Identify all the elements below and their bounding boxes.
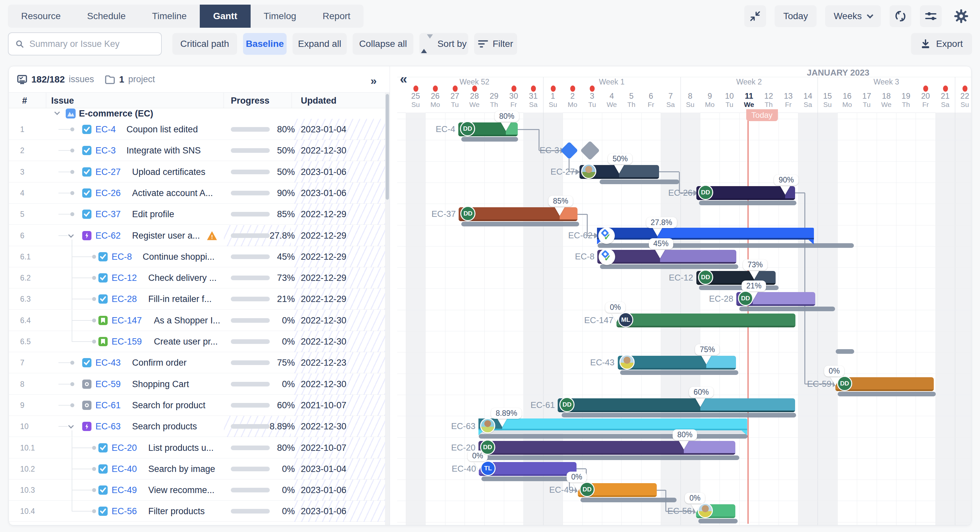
table-row[interactable]: 5EC-37Edit profile85%2022-12-29 — [9, 203, 390, 225]
avatar[interactable]: ML — [618, 312, 633, 327]
display-settings-button[interactable] — [920, 5, 942, 27]
table-row[interactable]: 10.4EC-56Filter products0%2023-01-06 — [9, 501, 390, 522]
row-collapse-chevron[interactable] — [68, 232, 74, 238]
issue-key[interactable]: EC-147 — [111, 310, 142, 331]
project-row[interactable]: E-commerce (EC) — [9, 108, 390, 119]
avatar[interactable]: DD — [698, 270, 713, 285]
tab-timelog[interactable]: Timelog — [251, 5, 310, 28]
collapse-timeline-icon[interactable]: « — [400, 71, 407, 86]
progress-pill: 60% — [689, 387, 714, 398]
progress-marker — [614, 165, 624, 173]
issue-key[interactable]: EC-27 — [95, 161, 121, 183]
avatar[interactable]: DD — [460, 121, 475, 136]
issue-key[interactable]: EC-62 — [95, 225, 121, 246]
issue-key[interactable]: EC-49 — [111, 480, 137, 501]
expand-table-icon[interactable]: » — [371, 74, 377, 87]
panel-divider[interactable] — [390, 66, 390, 525]
avatar[interactable]: DD — [738, 291, 753, 306]
table-row[interactable]: 10EC-63Search products8.89%2022-12-30 — [9, 416, 390, 437]
col-header-progress[interactable]: Progress — [231, 96, 269, 106]
table-row[interactable]: 1EC-4Coupon list edited80%2023-01-04 — [9, 119, 390, 140]
col-header-issue[interactable]: Issue — [51, 96, 74, 106]
filter-button[interactable]: Filter — [474, 33, 517, 55]
gantt-bar[interactable] — [597, 250, 736, 264]
issue-key[interactable]: EC-40 — [111, 458, 137, 480]
table-row[interactable]: 6.1EC-8Continue shoppi...45%2022-12-29 — [9, 246, 390, 267]
tab-schedule[interactable]: Schedule — [74, 5, 139, 28]
table-row-partial[interactable] — [9, 522, 390, 525]
issue-key[interactable]: EC-59 — [95, 373, 121, 395]
table-row[interactable]: 6.4EC-147As a Shopper I...0%2022-12-30 — [9, 310, 390, 331]
issue-key[interactable]: EC-3 — [95, 140, 116, 161]
gantt-bar[interactable] — [479, 441, 735, 455]
table-row[interactable]: 6EC-62Register user a...!27.8%2022-12-29 — [9, 225, 390, 246]
gantt-bar[interactable] — [618, 356, 736, 370]
table-row[interactable]: 2EC-3Integrate with SNS50%2022-12-30 — [9, 140, 390, 161]
gantt-bar[interactable] — [616, 313, 795, 327]
issue-key[interactable]: EC-8 — [111, 246, 132, 267]
table-row[interactable]: 10.3EC-49View recomme...0%2023-01-06 — [9, 480, 390, 501]
issue-key[interactable]: EC-12 — [111, 267, 137, 289]
table-row[interactable]: 7EC-43Confirm order75%2022-12-23 — [9, 352, 390, 373]
issue-key[interactable]: EC-20 — [111, 437, 137, 458]
table-row[interactable]: 9EC-61Search for product60%2021-10-07 — [9, 395, 390, 416]
sync-button[interactable] — [889, 5, 911, 27]
issue-key[interactable]: EC-43 — [95, 352, 121, 373]
table-scrollbar[interactable] — [385, 93, 390, 525]
tab-timeline[interactable]: Timeline — [139, 5, 200, 28]
issue-key[interactable]: EC-28 — [111, 289, 137, 310]
avatar[interactable]: DD — [480, 440, 495, 455]
issue-key[interactable]: EC-4 — [95, 119, 116, 140]
avatar[interactable]: DD — [559, 397, 574, 412]
table-row[interactable]: 10.2EC-40Search by image0%2023-01-04 — [9, 458, 390, 480]
expand-all-button[interactable]: Expand all — [293, 33, 347, 55]
critical-path-button[interactable]: Critical path — [172, 33, 237, 55]
weekend-shade — [798, 113, 818, 525]
zoom-level-select[interactable]: Weeks — [825, 5, 881, 27]
collapse-all-button[interactable]: Collapse all — [353, 33, 414, 55]
avatar[interactable] — [619, 354, 635, 370]
avatar[interactable]: TL — [480, 461, 496, 476]
table-row[interactable]: 3EC-27Upload certificates50%2023-01-06 — [9, 161, 390, 183]
table-row[interactable]: 6.2EC-12Check delivery ...73%2022-12-29 — [9, 267, 390, 289]
row-collapse-chevron[interactable] — [68, 423, 74, 429]
table-row[interactable]: 10.1EC-20List products u...80%2022-10-07 — [9, 437, 390, 458]
subtask-icon — [82, 401, 91, 410]
sort-by-button[interactable]: Sort by — [419, 33, 468, 55]
table-row[interactable]: 6.5EC-159Create user pr...0%2022-12-30 — [9, 331, 390, 352]
gantt-bar-summary[interactable] — [479, 418, 747, 430]
issue-key[interactable]: EC-63 — [95, 416, 121, 437]
col-header-num[interactable]: # — [22, 96, 27, 106]
gantt-bar-summary[interactable] — [597, 228, 814, 240]
avatar[interactable] — [581, 164, 596, 179]
issue-key[interactable]: EC-26 — [95, 183, 121, 203]
tab-resource[interactable]: Resource — [8, 5, 74, 28]
export-button[interactable]: Export — [911, 33, 972, 55]
table-row[interactable]: 8EC-59Shopping Cart0%2022-12-30 — [9, 373, 390, 395]
search-box[interactable] — [8, 32, 162, 56]
issue-key[interactable]: EC-37 — [95, 203, 121, 225]
issue-key[interactable]: EC-159 — [111, 331, 142, 352]
avatar[interactable] — [480, 418, 495, 434]
settings-button[interactable] — [950, 5, 972, 27]
table-scrollbar-thumb[interactable] — [386, 94, 389, 200]
today-button[interactable]: Today — [775, 5, 816, 27]
avatar[interactable]: DD — [837, 376, 852, 391]
collapse-panels-button[interactable] — [744, 5, 766, 27]
issue-key[interactable]: EC-61 — [95, 395, 121, 416]
day-weekday: Mo — [700, 101, 719, 109]
warning-icon[interactable]: ! — [207, 231, 217, 240]
tab-report[interactable]: Report — [309, 5, 364, 28]
col-header-updated[interactable]: Updated — [301, 96, 336, 106]
avatar[interactable]: DD — [579, 482, 595, 497]
search-input[interactable] — [29, 39, 154, 49]
issue-key[interactable]: EC-56 — [111, 501, 137, 522]
table-row[interactable]: 6.3EC-28Fill-in retailer f...21%2022-12-… — [9, 289, 390, 310]
project-collapse-chevron[interactable] — [54, 110, 60, 115]
tab-gantt[interactable]: Gantt — [200, 5, 250, 28]
day-weekday: Fr — [779, 101, 798, 109]
gantt-bar[interactable] — [558, 399, 795, 412]
table-row[interactable]: 4EC-26Activate account A...90%2023-01-06 — [9, 183, 390, 203]
avatar[interactable]: DD — [698, 185, 713, 200]
baseline-button[interactable]: Baseline — [243, 33, 286, 55]
